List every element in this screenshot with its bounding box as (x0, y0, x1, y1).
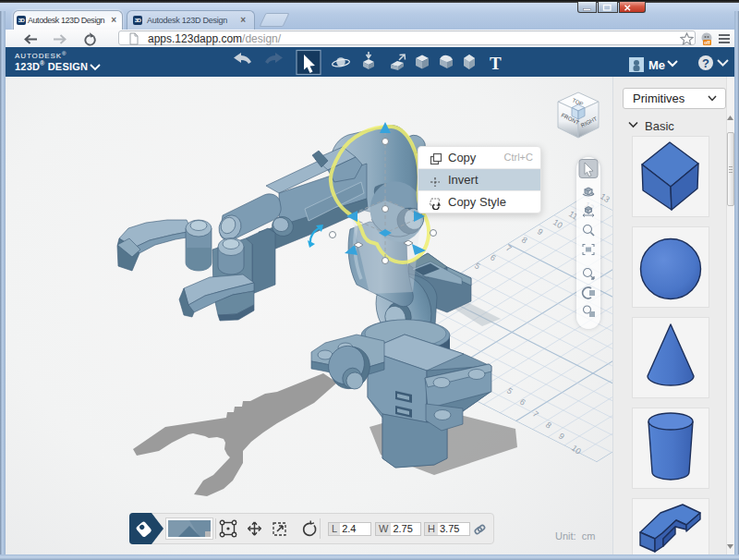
svg-text:Me: Me (648, 58, 665, 72)
svg-text:?: ? (702, 56, 709, 70)
svg-text:9: 9 (536, 226, 545, 237)
svg-text:6: 6 (489, 252, 498, 262)
svg-text:5: 5 (505, 386, 515, 396)
svg-text:8: 8 (520, 235, 529, 245)
svg-text:off: off (704, 40, 710, 45)
svg-text:7: 7 (504, 243, 514, 253)
svg-text:T: T (490, 54, 502, 73)
svg-text:10: 10 (570, 444, 583, 457)
svg-text:5: 5 (473, 261, 482, 271)
svg-text:9: 9 (557, 432, 566, 442)
